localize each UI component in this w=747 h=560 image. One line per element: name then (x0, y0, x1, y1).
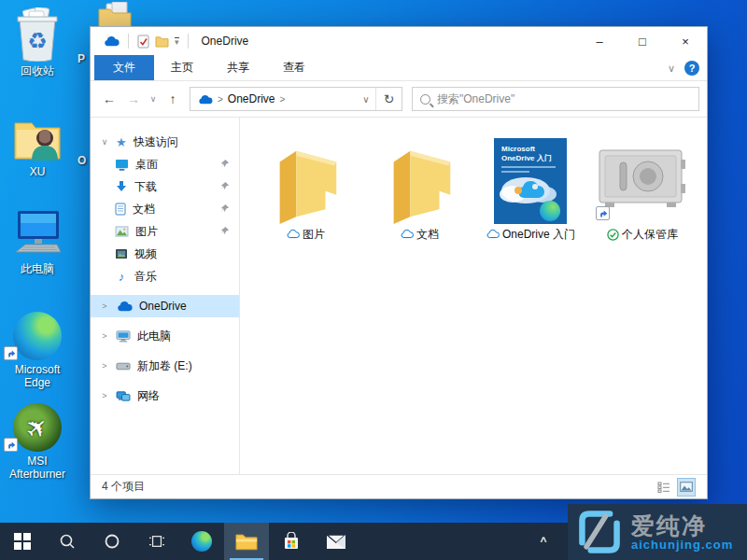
folder-icon (382, 142, 457, 224)
desktop-icon-label: Microsoft Edge (2, 363, 73, 389)
desktop-icon-label: 此电脑 (2, 262, 73, 275)
details-view-button[interactable] (655, 478, 673, 497)
maximize-button[interactable]: □ (621, 27, 664, 55)
back-button[interactable]: ← (98, 88, 120, 110)
files-pane[interactable]: 图片 文档 (240, 118, 707, 474)
onedrive-cloud-icon (116, 301, 133, 312)
desktop-icon-xu[interactable]: XU (2, 108, 73, 178)
user-folder-icon (11, 118, 63, 162)
search-box[interactable] (412, 87, 699, 111)
hidden-icon-label-p[interactable]: P (78, 52, 85, 65)
nav-item-downloads[interactable]: 下载 (91, 175, 239, 198)
nav-quick-access[interactable]: ∨ ★ 快速访问 (91, 131, 239, 153)
recent-locations-chevron[interactable]: ∨ (147, 88, 160, 110)
desktop-icon (115, 159, 129, 171)
tray-show-hidden-chevron[interactable]: ^ (532, 523, 555, 560)
separator (188, 34, 189, 49)
desktop-icon-msi-afterburner[interactable]: ✈ MSI Afterburner (2, 398, 73, 481)
network-icon (116, 390, 131, 402)
tab-share[interactable]: 共享 (210, 55, 266, 80)
nav-item-this-pc[interactable]: > 此电脑 (91, 325, 239, 347)
file-label[interactable]: OneDrive 入门 (502, 228, 575, 242)
desktop-icon-edge[interactable]: Microsoft Edge (2, 306, 73, 389)
breadcrumb-separator[interactable]: > (280, 94, 286, 105)
desktop: P O ♻ 回收站 XU (0, 0, 747, 560)
taskbar-edge-button[interactable] (179, 523, 224, 560)
nav-item-videos[interactable]: 视频 (91, 243, 239, 265)
file-item-onedrive-guide[interactable]: Microsoft OneDrive 入门 (478, 138, 583, 242)
details-view-icon (657, 482, 670, 493)
chevron-right-icon[interactable]: > (100, 331, 109, 341)
search-input[interactable] (437, 92, 691, 105)
thumbnail-view-button[interactable] (677, 478, 696, 497)
quick-access-star-icon: ★ (116, 135, 127, 149)
file-label[interactable]: 文档 (416, 228, 439, 242)
items-count: 4 个项目 (102, 479, 145, 495)
taskbar-mail-button[interactable] (314, 523, 359, 560)
music-icon: ♪ (115, 270, 128, 284)
close-button[interactable]: × (664, 27, 707, 55)
file-label[interactable]: 图片 (303, 228, 325, 242)
title-bar[interactable]: ▾ OneDrive – □ × (91, 27, 707, 55)
minimize-button[interactable]: – (578, 27, 621, 55)
nav-item-drive-e[interactable]: > 新加卷 (E:) (91, 355, 239, 377)
file-item-personal-vault[interactable]: 个人保管库 (590, 138, 695, 242)
chevron-down-icon[interactable]: ∨ (100, 137, 109, 147)
task-view-button[interactable] (134, 523, 179, 560)
file-label[interactable]: 个人保管库 (622, 228, 678, 242)
aichunjing-logo-icon (575, 508, 624, 556)
recycle-bin-icon: ♻ (12, 7, 63, 62)
qat-properties-button[interactable] (137, 35, 149, 49)
nav-item-music[interactable]: ♪ 音乐 (91, 265, 239, 287)
tab-view[interactable]: 查看 (266, 55, 322, 80)
chevron-right-icon[interactable]: > (100, 361, 109, 371)
nav-item-desktop[interactable]: 桌面 (91, 153, 239, 175)
computer-icon (10, 209, 64, 259)
forward-button[interactable]: → (122, 88, 145, 110)
ribbon-tabs: 文件 主页 共享 查看 ∨ ? (91, 55, 707, 81)
document-thumbnail: Microsoft OneDrive 入门 (494, 138, 567, 224)
chevron-right-icon[interactable]: > (100, 391, 109, 400)
address-bar[interactable]: > OneDrive > ∨ ↻ (190, 87, 402, 111)
taskbar-store-button[interactable] (269, 523, 314, 560)
nav-item-onedrive[interactable]: > OneDrive (91, 295, 239, 317)
collapse-ribbon-chevron[interactable]: ∨ (668, 63, 675, 75)
address-dropdown-chevron[interactable]: ∨ (357, 94, 375, 105)
file-item-documents[interactable]: 文档 (367, 138, 472, 242)
desktop-icon-this-pc[interactable]: 此电脑 (2, 205, 73, 275)
navigation-pane: ∨ ★ 快速访问 桌面 下载 文档 (91, 118, 240, 474)
up-button[interactable]: ↑ (162, 88, 184, 110)
pin-icon (219, 226, 230, 236)
task-view-icon (148, 534, 165, 549)
hidden-icon-label-o[interactable]: O (78, 154, 86, 167)
cortana-button[interactable] (90, 523, 134, 560)
desktop-icon-label: 回收站 (2, 64, 73, 77)
windows-logo-icon (14, 533, 31, 550)
shortcut-arrow-icon (4, 438, 18, 452)
desktop-icon-label: XU (2, 165, 73, 178)
taskbar-explorer-button[interactable] (224, 523, 269, 560)
breadcrumb-cloud-icon (197, 94, 213, 105)
start-button[interactable] (0, 523, 45, 560)
qat-customize-dropdown[interactable]: ▾ (175, 37, 179, 46)
breadcrumb-location[interactable]: OneDrive (228, 92, 275, 105)
pin-icon (219, 203, 230, 214)
nav-item-network[interactable]: > 网络 (91, 385, 239, 407)
refresh-button[interactable]: ↻ (375, 88, 402, 110)
taskbar-search-button[interactable] (45, 523, 90, 560)
tab-home[interactable]: 主页 (154, 55, 210, 80)
chevron-right-icon[interactable]: > (100, 301, 109, 311)
cloud-status-icon (400, 229, 414, 239)
qat-new-folder-button[interactable] (155, 35, 169, 48)
desktop-icon-recycle-bin[interactable]: ♻ 回收站 (2, 7, 73, 77)
mail-icon (326, 534, 346, 550)
nav-item-pictures[interactable]: 图片 (91, 220, 239, 243)
cloud-status-icon (486, 229, 500, 239)
pin-icon (219, 181, 230, 191)
file-item-pictures[interactable]: 图片 (253, 138, 358, 242)
help-icon[interactable]: ? (684, 61, 699, 76)
tab-file[interactable]: 文件 (94, 55, 154, 80)
cortana-icon (104, 533, 120, 550)
watermark: 爱纯净 aichunjing.com (568, 504, 747, 560)
nav-item-documents[interactable]: 文档 (91, 198, 239, 220)
